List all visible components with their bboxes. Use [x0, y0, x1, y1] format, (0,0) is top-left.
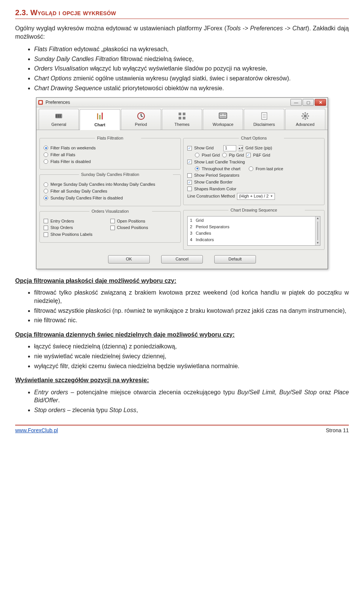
- tab-label: General: [52, 122, 66, 127]
- check-label: Show Candle Border: [194, 179, 233, 185]
- radio-label: Pixel Grid: [202, 152, 220, 158]
- sequence-item[interactable]: 2 Period Separators: [190, 224, 313, 230]
- subhead-flats-filter: Opcja filtrowania płaskości daje możliwo…: [15, 277, 349, 285]
- radio-filter-all-sunday[interactable]: [44, 189, 48, 193]
- group-legend: Flats Filtration: [95, 135, 126, 141]
- term: Stop orders: [34, 407, 66, 413]
- subhead-position-details: Wyświetlanie szczegółów pozycji na wykre…: [15, 376, 349, 384]
- group-legend: Orders Visualization: [89, 209, 131, 214]
- footer-url[interactable]: www.ForexClub.pl: [15, 427, 58, 434]
- radio-filter-all-flats[interactable]: [44, 152, 48, 157]
- txt: ,: [136, 407, 138, 413]
- radio-flats-disabled[interactable]: [44, 159, 48, 164]
- term: Sunday Daily Candles Filtration: [34, 56, 119, 62]
- tab-label: Themes: [174, 122, 190, 127]
- radio-merge-sunday[interactable]: [44, 182, 48, 187]
- check-stop-orders[interactable]: [44, 226, 48, 230]
- check-last-candle-tracking[interactable]: ✓: [187, 160, 192, 164]
- check-period-separators[interactable]: [187, 173, 192, 178]
- list-item: Flats Filtration edytować „płaskości na …: [34, 45, 349, 53]
- tab-themes[interactable]: Themes: [162, 109, 202, 130]
- tab-advanced[interactable]: Advanced: [285, 109, 325, 130]
- check-entry-orders[interactable]: [44, 219, 48, 223]
- default-button[interactable]: Default: [214, 255, 256, 263]
- line-method-select[interactable]: (High + Low) / 2 ▼: [237, 193, 275, 200]
- check-candle-border[interactable]: ✓: [187, 180, 192, 185]
- check-positions-labels[interactable]: [44, 232, 48, 237]
- select-value: (High + Low) / 2: [239, 193, 268, 199]
- sub2-bullets: łączyć świecę niedzielną (dzienną) z pon…: [34, 342, 349, 370]
- radio-label: Pip Grid: [229, 152, 244, 158]
- radio-sunday-disabled[interactable]: [44, 196, 48, 200]
- term: Chart Drawing Sequence: [34, 85, 102, 91]
- cog-icon: [300, 111, 311, 121]
- check-label: Show Positions Labels: [50, 232, 93, 237]
- chevron-down-icon: ▼: [270, 194, 273, 199]
- svg-rect-6: [97, 113, 98, 119]
- page-footer: www.ForexClub.pl Strona 11: [15, 425, 349, 434]
- check-closed-positions[interactable]: [110, 226, 115, 230]
- tab-workspace[interactable]: Workspace: [203, 109, 243, 130]
- svg-point-24: [304, 114, 307, 118]
- tab-general[interactable]: General: [39, 109, 79, 130]
- intro-italic: Tools -> Preferences -> Chart: [226, 25, 307, 31]
- sequence-item[interactable]: 3 Candles: [190, 230, 313, 237]
- sequence-list[interactable]: 1 Grid 2 Period Separators 3 Candles 4 I…: [187, 216, 320, 246]
- minimize-button[interactable]: —: [290, 99, 302, 106]
- dialog-footer: OK Cancel Default: [39, 252, 325, 266]
- grid-size-label: Grid Size (pip): [245, 145, 272, 151]
- radio-pip-grid[interactable]: [222, 153, 227, 157]
- tab-label: Advanced: [296, 122, 314, 127]
- spinner-icon[interactable]: ▲▼: [238, 145, 243, 151]
- radio-from-last-price[interactable]: [249, 166, 253, 171]
- cancel-button[interactable]: Cancel: [161, 255, 203, 263]
- radio-filter-weekends[interactable]: [44, 146, 48, 150]
- clock-icon: [136, 111, 146, 121]
- svg-rect-3: [56, 114, 57, 118]
- tab-label: Disclaimers: [253, 122, 275, 127]
- orders-visualization-group: Orders Visualization Entry Orders Stop O…: [39, 209, 181, 243]
- check-pf-grid[interactable]: ✓: [246, 153, 251, 157]
- radio-label: Throughout the chart: [202, 166, 240, 172]
- term: Entry orders: [34, 389, 68, 395]
- svg-rect-8: [102, 113, 103, 119]
- tab-row: General Chart Period Themes Workspace Di…: [36, 107, 328, 130]
- workspace-icon: [218, 111, 228, 121]
- svg-rect-18: [223, 114, 226, 115]
- group-legend: Sunday Daily Candles Filtration: [79, 172, 141, 177]
- sunday-candles-group: Sunday Daily Candles Filtration Merge Su…: [39, 172, 181, 206]
- radio-label: Sunday Daily Candles Filter is disabled: [50, 195, 123, 201]
- scroll-thumb[interactable]: [317, 221, 318, 240]
- tab-chart[interactable]: Chart: [80, 109, 120, 130]
- list-item: Stop orders – zlecenia typu Stop Loss,: [34, 406, 349, 414]
- window-title: Preferences: [46, 99, 290, 105]
- tab-disclaimers[interactable]: Disclaimers: [244, 109, 284, 130]
- check-show-grid[interactable]: ✓: [187, 146, 192, 151]
- check-open-positions[interactable]: [110, 219, 115, 223]
- sequence-item[interactable]: 4 Indicators: [190, 237, 313, 243]
- desc: edytować „płaskości na wykresach,: [72, 46, 168, 52]
- scrollbar[interactable]: ▲▼: [315, 216, 320, 245]
- left-column: Flats Filtration Filter Flats on weekend…: [39, 133, 181, 250]
- maximize-button[interactable]: ▢: [303, 99, 314, 106]
- tab-label: Workspace: [213, 122, 234, 127]
- txt: .: [58, 397, 60, 403]
- desc: ustalić priorytetowości obiektów na wykr…: [102, 85, 224, 91]
- sequence-item[interactable]: 1 Grid: [190, 217, 313, 224]
- check-shapes-random[interactable]: [187, 187, 192, 191]
- radio-label: Merge Sunday Daily Candles into Monday D…: [50, 182, 155, 187]
- group-legend: Chart Options: [239, 135, 269, 141]
- radio-pixel-grid[interactable]: [195, 153, 199, 157]
- txt: oraz: [317, 389, 334, 395]
- tab-period[interactable]: Period: [121, 109, 161, 130]
- close-button[interactable]: ✕: [315, 99, 326, 106]
- list-item: nie wyświetlać wcale niedzielnej świecy …: [34, 352, 349, 361]
- desc: włączyć lub wyłączyć wyświetlanie śladów…: [88, 65, 267, 72]
- txt: – zlecenia typu: [66, 407, 110, 413]
- radio-throughout-chart[interactable]: [195, 166, 199, 171]
- svg-line-30: [307, 118, 308, 119]
- grid-size-input[interactable]: 1: [223, 145, 236, 151]
- sub1-bullets: filtrować tylko płaskość związaną z brak…: [34, 289, 349, 324]
- list-item: Chart Drawing Sequence ustalić priorytet…: [34, 84, 349, 93]
- ok-button[interactable]: OK: [108, 255, 150, 263]
